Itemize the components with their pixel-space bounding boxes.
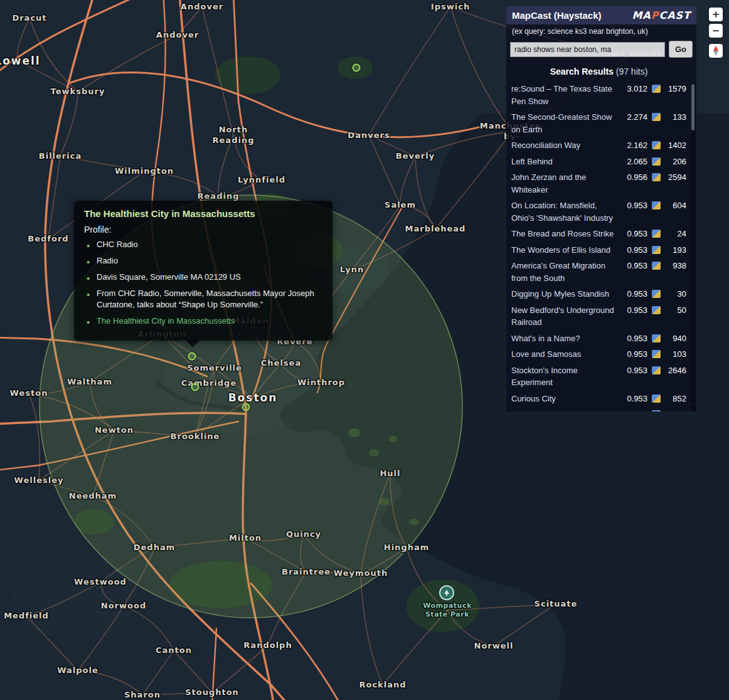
result-score: 0.953 [625,288,647,300]
result-score: 0.953 [625,228,647,240]
result-score: 0.953 [625,304,647,317]
result-thumbnail-icon [652,306,661,314]
result-thumbnail-icon [652,246,661,254]
result-row[interactable]: Reconciliation Way2.1621402 [511,137,686,154]
result-thumbnail-icon [652,173,661,181]
result-count: 2594 [665,171,686,184]
result-row[interactable]: America's Great Migration from the South… [511,258,686,286]
result-row[interactable]: Left Behind2.065206 [511,154,686,170]
logo-right: CAST [659,9,691,21]
result-row[interactable]: The Second-Greatest Show on Earth2.27413… [511,109,686,137]
result-score: 0.956 [625,171,647,184]
result-row[interactable]: Digging Up Myles Standish0.95330 [511,286,686,302]
result-score: 0.953 [625,364,647,377]
result-row[interactable]: On Location: Mansfield, Ohio's 'Shawshan… [511,198,686,226]
result-thumbnail-icon [652,290,661,298]
popup-profile-list: CHC RadioRadioDavis Square, Somerville M… [84,239,322,327]
zoom-in-button[interactable]: + [709,8,723,21]
result-thumbnail-icon [652,113,661,121]
result-count: 938 [665,260,686,272]
popup-profile-item: The Healthiest City in Massachussetts [84,316,322,327]
search-input[interactable] [510,42,665,57]
result-location-marker[interactable] [188,353,196,361]
result-count: 852 [665,393,686,405]
result-thumbnail-icon [652,262,661,270]
result-location-marker[interactable] [353,64,361,72]
result-title: The Second-Greatest Show on Earth [511,111,620,135]
results-scrollbar-thumb[interactable] [691,84,694,130]
popup-profile-item: Radio [84,255,322,267]
search-row: Go [506,38,696,61]
result-count: 193 [665,244,686,257]
popup-profile-label: Profile: [84,225,322,235]
result-title: Curious City [511,393,620,405]
result-count: 103 [665,348,686,361]
result-title: Love and Samosas [511,348,620,361]
result-row[interactable]: LA Slave Market0.9532606 [511,406,686,411]
result-count: 206 [665,156,686,168]
result-count: 50 [665,304,686,317]
result-row[interactable]: John Zerzan and the Whiteaker0.9562594 [511,169,686,198]
query-hint: (ex query: science ks3 near brighton, uk… [506,24,696,38]
logo-mid: P [651,9,659,21]
result-title: On Location: Mansfield, Ohio's 'Shawshan… [511,199,620,224]
result-location-marker[interactable] [191,383,200,391]
result-title: re:Sound – The Texas State Pen Show [511,83,620,107]
zoom-out-button[interactable]: − [709,24,723,38]
result-score: 0.953 [625,244,647,257]
result-row[interactable]: The Wonders of Ellis Island0.953193 [511,242,686,258]
result-score: 0.953 [625,393,647,405]
result-row[interactable]: re:Sound – The Texas State Pen Show3.012… [511,81,686,109]
result-title: Reconciliation Way [511,139,620,152]
result-title: John Zerzan and the Whiteaker [511,171,620,196]
results-scrollbar-track[interactable] [691,83,695,404]
scrollbar-corner [691,405,696,410]
result-row[interactable]: Stockton's Income Experiment0.9532646 [511,363,686,391]
result-count: 1402 [665,139,686,152]
result-score: 0.953 [625,408,647,411]
result-row[interactable]: Love and Samosas0.953103 [511,346,686,363]
result-thumbnail-icon [652,350,661,358]
result-score: 2.065 [625,156,647,168]
result-count: 30 [665,288,686,300]
results-hit-count: (97 hits) [614,66,647,77]
result-count: 2606 [665,408,686,411]
panel-header: MapCast (Haystack) MAPCAST [506,6,696,24]
result-score: 0.953 [625,260,647,272]
logo-left: MA [632,9,651,21]
result-row[interactable]: Curious City0.953852 [511,391,686,407]
result-thumbnail-icon [652,85,661,93]
map-popup: The Healthiest City in Massachussetts Pr… [74,201,333,341]
result-title: The Bread and Roses Strike [511,228,620,240]
result-row[interactable]: The Bread and Roses Strike0.95324 [511,226,686,242]
result-score: 0.953 [625,199,647,212]
result-row[interactable]: What's in a Name?0.953940 [511,331,686,347]
popup-profile-item: Davis Square, Somerville MA 02129 US [84,272,322,284]
result-score: 0.953 [625,332,647,345]
result-title: The Wonders of Ellis Island [511,244,620,257]
result-row[interactable]: New Bedford's Underground Railroad0.9535… [511,302,686,331]
result-title: Digging Up Myles Standish [511,288,620,300]
results-panel: Search Results (97 hits) re:Sound – The … [506,61,696,411]
result-count: 2646 [665,364,686,377]
result-thumbnail-icon [652,410,661,411]
go-button[interactable]: Go [669,41,693,58]
popup-title: The Healthiest City in Massachussetts [84,208,322,219]
results-header-title: Search Results [550,66,614,77]
result-title: New Bedford's Underground Railroad [511,304,620,329]
result-count: 133 [665,111,686,124]
result-title: LA Slave Market [511,408,620,411]
result-score: 2.274 [625,111,647,124]
result-count: 24 [665,228,686,240]
compass-reset-bearing-button[interactable] [709,44,723,58]
results-list: re:Sound – The Texas State Pen Show3.012… [511,81,686,411]
result-score: 2.162 [625,139,647,152]
result-title: America's Great Migration from the South [511,260,620,284]
park-icon [439,585,454,600]
popup-profile-item: From CHC Radio, Somerville, Massachusett… [84,288,322,312]
result-count: 1579 [665,83,686,95]
result-thumbnail-icon [652,201,661,209]
result-location-marker[interactable] [242,403,250,411]
compass-needle-icon [712,46,720,56]
map-controls: + − [709,8,723,58]
